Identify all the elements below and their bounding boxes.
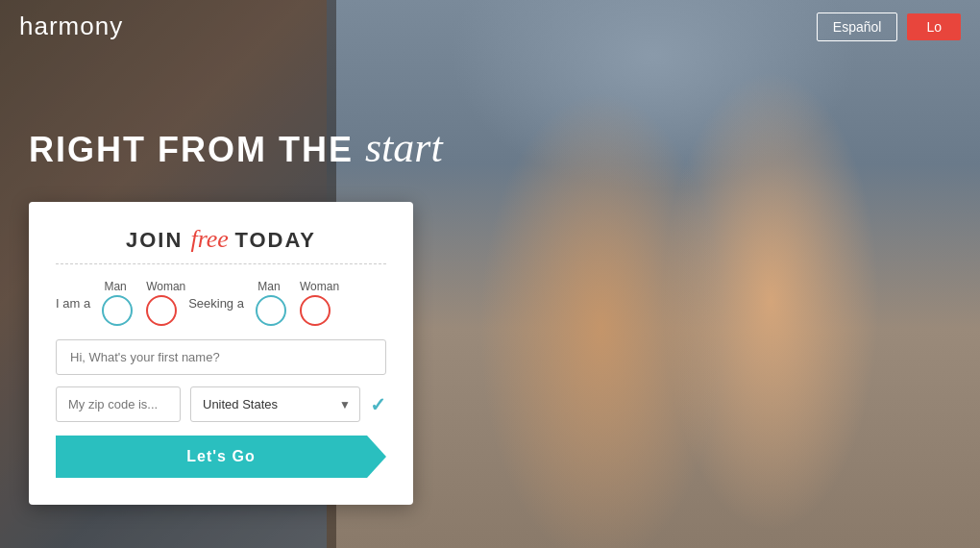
- iam-man-radio[interactable]: [102, 295, 133, 326]
- gender-selection: I am a Man Woman Seeking a Man Woman: [56, 280, 386, 326]
- free-text: free: [190, 225, 234, 253]
- seeking-group: Man Woman: [252, 280, 334, 326]
- headline-script: start: [365, 124, 443, 171]
- iam-gender-labels: Man Woman: [98, 280, 181, 293]
- signup-form: JOIN free TODAY I am a Man Woman Seeking…: [29, 202, 413, 505]
- lets-go-button[interactable]: Let's Go: [56, 436, 386, 478]
- seeking-man-label: Man: [252, 280, 286, 293]
- zip-input[interactable]: [56, 386, 181, 422]
- iam-radios: [102, 295, 177, 326]
- headline-text: RIGHT FROM THE: [29, 130, 365, 169]
- join-text: JOIN: [126, 228, 183, 252]
- iam-group: Man Woman: [98, 280, 181, 326]
- title-divider: [56, 263, 386, 264]
- iam-woman-label: Woman: [146, 280, 181, 293]
- form-title: JOIN free TODAY: [56, 225, 386, 254]
- seeking-woman-radio[interactable]: [300, 295, 331, 326]
- couple-photo: [327, 0, 980, 548]
- login-button[interactable]: Lo: [907, 13, 961, 40]
- seeking-gender-labels: Man Woman: [252, 280, 334, 293]
- country-select[interactable]: United States Canada United Kingdom Aust…: [190, 386, 360, 422]
- iam-man-label: Man: [98, 280, 133, 293]
- first-name-input[interactable]: [56, 339, 386, 375]
- iam-woman-radio[interactable]: [146, 295, 177, 326]
- headline: RIGHT FROM THE start: [29, 125, 443, 171]
- location-row: United States Canada United Kingdom Aust…: [56, 386, 386, 422]
- header-right: Español Lo: [817, 12, 961, 41]
- checkmark-icon: ✓: [370, 393, 386, 416]
- espanol-button[interactable]: Español: [817, 12, 898, 41]
- hero-image: [327, 0, 980, 548]
- seeking-woman-label: Woman: [300, 280, 334, 293]
- seeking-label: Seeking a: [188, 296, 244, 311]
- seeking-radios: [256, 295, 331, 326]
- logo: harmony: [19, 12, 123, 41]
- today-text: TODAY: [234, 228, 316, 252]
- header: harmony Español Lo: [0, 0, 980, 53]
- country-select-wrapper: United States Canada United Kingdom Aust…: [190, 386, 360, 422]
- seeking-man-radio[interactable]: [256, 295, 286, 326]
- iam-label: I am a: [56, 296, 90, 311]
